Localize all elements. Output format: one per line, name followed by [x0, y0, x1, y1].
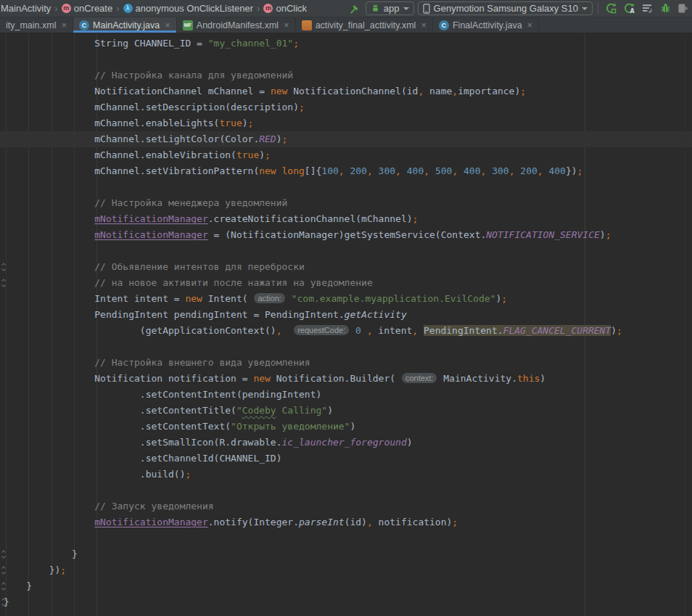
breadcrumb-label: MainActivity [1, 3, 51, 14]
manifest-file-icon: MF [183, 20, 193, 30]
module-selector[interactable]: app [366, 1, 414, 15]
code-line[interactable]: Intent intent = new Intent( action: "com… [0, 291, 692, 307]
build-hammer-icon[interactable] [347, 1, 362, 16]
code-line[interactable] [0, 52, 692, 67]
code-editor[interactable]: String CHANNEL_ID = "my_channel_01"; // … [0, 33, 692, 616]
code-line[interactable]: mNotificationManager.createNotificationC… [0, 211, 692, 227]
tab-activity-final-acttivity-xml[interactable]: activity_final_acttivity.xml× [296, 17, 433, 33]
code-token: ) [540, 373, 545, 384]
code-token: []{ [305, 165, 321, 176]
code-line[interactable]: }); [0, 562, 692, 578]
fold-marker-icon[interactable] [1, 549, 7, 562]
code-token: ) [242, 118, 248, 128]
code-line[interactable]: (getApplicationContext(), requestCode: 0… [0, 323, 692, 339]
code-token: , [537, 165, 543, 176]
editor-scrollbar[interactable] [685, 33, 692, 616]
fold-marker-icon[interactable] [1, 565, 7, 578]
breadcrumb-item-oncreate[interactable]: monCreate [62, 3, 112, 14]
code-indent [4, 549, 72, 559]
tab-mainactivity-java[interactable]: CMainActivity.java× [73, 17, 177, 33]
toolbar-separator [598, 3, 598, 15]
tab-close-icon[interactable]: × [165, 20, 170, 30]
code-line[interactable]: .setSmallIcon(R.drawable.ic_launcher_for… [0, 435, 692, 451]
code-line[interactable]: // Запуск уведомления [0, 498, 692, 514]
code-line[interactable] [0, 339, 692, 355]
profiler-icon[interactable] [676, 1, 691, 16]
code-token: NotificationChannel(id [287, 86, 418, 96]
code-line[interactable]: // Обьявление интентов для переброски [0, 259, 692, 275]
code-line[interactable]: .setContentTitle("Codeby Calling") [0, 403, 692, 419]
code-token: , [339, 165, 345, 176]
tab-label: ity_main.xml [6, 20, 56, 30]
code-indent [4, 437, 140, 448]
code-line[interactable]: // Настройка менеджера уведомлений [0, 195, 692, 211]
code-line[interactable] [0, 482, 692, 498]
breadcrumb-item-mainactivity[interactable]: MainActivity [1, 3, 51, 14]
breadcrumb-item-anonymous-onclicklistener[interactable]: λanonymous OnClickListener [123, 3, 254, 14]
code-indent [4, 373, 94, 384]
code-line[interactable]: mChannel.setDescription(description); [0, 99, 692, 115]
code-token: new [259, 165, 276, 176]
code-line[interactable]: } [0, 594, 692, 610]
code-line[interactable]: } [0, 546, 692, 562]
apply-changes-icon[interactable]: A [622, 1, 636, 16]
tab-close-icon[interactable]: × [421, 20, 427, 30]
code-line[interactable]: Notification notification = new Notifica… [0, 371, 692, 387]
code-token: .setContentTitle( [140, 405, 236, 416]
tab-close-icon[interactable]: × [284, 20, 289, 30]
code-line[interactable]: mChannel.enableVibration(true); [0, 147, 692, 163]
code-token: ; [299, 102, 305, 112]
code-line[interactable]: .setContentText("Открыть уведомление") [0, 419, 692, 435]
device-selector[interactable]: Genymotion Samsung Galaxy S10 [418, 1, 593, 15]
code-line[interactable]: // Настройка канала для уведомлений [0, 67, 692, 83]
code-line[interactable] [0, 243, 692, 259]
code-token: , [412, 325, 418, 336]
code-token: mChannel.setLightColor(Color. [94, 134, 259, 144]
code-line[interactable]: PendingIntent pendingIntent = PendingInt… [0, 307, 692, 323]
code-line[interactable]: mChannel.enableLights(true); [0, 115, 692, 131]
code-line[interactable]: } [0, 578, 692, 594]
svg-text:A: A [630, 8, 635, 15]
code-token: }) [566, 165, 577, 176]
code-line[interactable]: .build(); [0, 467, 692, 482]
fold-marker-icon[interactable] [1, 278, 7, 290]
fold-marker-icon[interactable] [1, 262, 7, 274]
code-token: 200 [520, 165, 537, 176]
code-token: ; [577, 165, 583, 176]
code-token: mChannel.enableVibration( [94, 149, 236, 160]
tab-close-icon[interactable]: × [61, 20, 67, 30]
fold-marker-icon[interactable] [1, 597, 7, 609]
code-token: MainActivity. [437, 373, 517, 384]
apply-code-changes-icon[interactable] [640, 1, 654, 16]
code-indent [4, 277, 94, 288]
code-indent [4, 197, 94, 208]
code-token: parseInt [299, 517, 345, 527]
code-indent [4, 86, 94, 96]
code-token: this [517, 373, 540, 384]
code-token [276, 165, 282, 176]
code-token: .setContentText( [140, 421, 231, 432]
code-line[interactable]: // Настройка внешнего вида уведомления [0, 355, 692, 371]
code-line[interactable]: .setChannelId(CHANNEL_ID) [0, 451, 692, 467]
debug-icon[interactable] [658, 1, 672, 16]
code-line[interactable]: mNotificationManager.notify(Integer.pars… [0, 514, 692, 530]
code-line[interactable]: mNotificationManager = (NotificationMana… [0, 227, 692, 243]
breadcrumb-item-onclick[interactable]: monClick [263, 3, 307, 14]
code-line[interactable]: String CHANNEL_ID = "my_channel_01"; [0, 36, 692, 52]
code-line[interactable]: .setContentIntent(pendingIntent) [0, 387, 692, 403]
code-line[interactable]: mChannel.setVibrationPattern(new long[]{… [0, 163, 692, 179]
tab-label: AndroidManifest.xml [197, 20, 279, 30]
tab-finalacttivity-java[interactable]: CFinalActtivity.java× [433, 17, 539, 33]
code-line[interactable]: NotificationChannel mChannel = new Notif… [0, 83, 692, 99]
code-line[interactable]: // на новое активити после нажатия на ув… [0, 275, 692, 291]
run-icon[interactable] [604, 1, 618, 16]
code-line[interactable]: mChannel.setLightColor(Color.RED); [0, 131, 692, 147]
code-line[interactable] [0, 179, 692, 195]
code-line[interactable] [0, 530, 692, 546]
fold-marker-icon[interactable] [1, 581, 7, 594]
code-token: .setChannelId(CHANNEL_ID) [140, 453, 282, 464]
tab-androidmanifest-xml[interactable]: MFAndroidManifest.xml× [177, 17, 296, 33]
code-token: ; [265, 149, 271, 160]
tab-ity-main-xml[interactable]: ity_main.xml× [0, 17, 73, 33]
tab-close-icon[interactable]: × [527, 20, 533, 30]
